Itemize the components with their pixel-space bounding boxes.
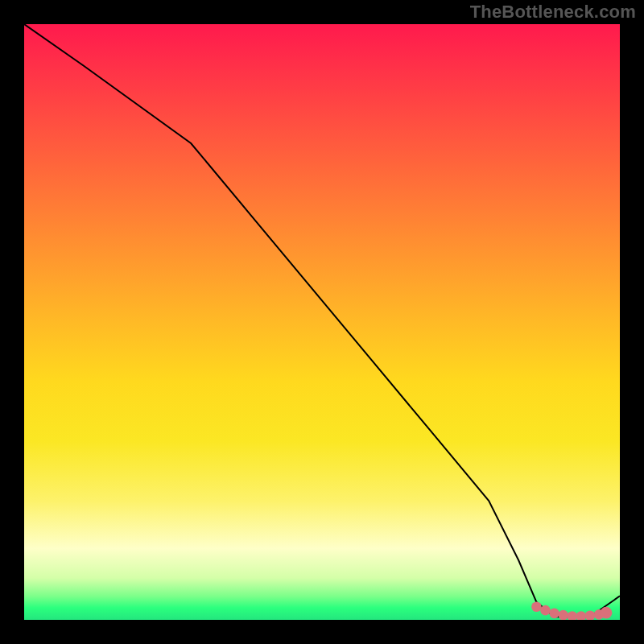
watermark-text: TheBottleneck.com (470, 2, 636, 23)
optimal-dot (540, 605, 551, 616)
optimal-dot (568, 611, 578, 620)
optimal-range-dots (24, 24, 620, 620)
chart-frame: TheBottleneck.com (0, 0, 644, 644)
optimal-dot (549, 609, 559, 619)
optimal-dot-end (601, 607, 613, 619)
optimal-dot (585, 611, 596, 620)
optimal-dot (576, 611, 587, 620)
optimal-dot (531, 601, 542, 612)
plot-area (24, 24, 620, 620)
optimal-dot (558, 610, 568, 620)
